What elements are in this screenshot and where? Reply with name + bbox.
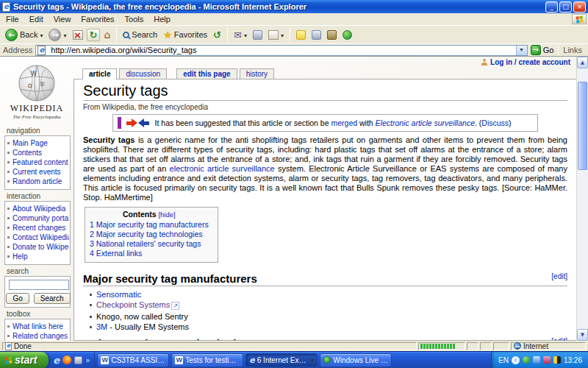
- menu-tools[interactable]: Tools: [120, 14, 149, 24]
- quicklaunch-overflow-chevron-icon[interactable]: »: [85, 356, 90, 364]
- history-button[interactable]: [211, 29, 223, 40]
- menu-file[interactable]: File: [1, 14, 24, 24]
- search-search-button[interactable]: Search: [34, 293, 71, 304]
- forward-dropdown-icon[interactable]: [63, 31, 66, 39]
- media-button[interactable]: [325, 29, 339, 40]
- address-url[interactable]: http://en.wikipedia.org/wiki/Security_ta…: [51, 46, 513, 54]
- menu-view[interactable]: View: [49, 14, 76, 24]
- edit-dropdown-icon[interactable]: [281, 31, 284, 39]
- scrollbar-thumb[interactable]: [578, 82, 587, 170]
- toc-item-technologies[interactable]: 2 Major security tag technologies: [90, 230, 203, 238]
- sidebar-item-featured-content[interactable]: Featured content: [12, 158, 68, 167]
- intro-paragraph: Security tags is a generic name for the …: [83, 135, 567, 202]
- discuss-link[interactable]: Discuss: [481, 118, 509, 127]
- sidebar-item-community-portal[interactable]: Community portal: [12, 213, 69, 223]
- menu-help[interactable]: Help: [148, 14, 176, 24]
- taskbar-task-ie-group[interactable]: e 6 Internet Explorer: [245, 353, 318, 367]
- menu-favorites[interactable]: Favorites: [76, 14, 119, 24]
- back-button[interactable]: Back: [3, 28, 45, 42]
- toc-item-national-retailers[interactable]: 3 National retailers' security tags: [90, 239, 201, 248]
- login-link[interactable]: Log in / create account: [490, 58, 570, 66]
- sidebar-item-main-page[interactable]: Main Page: [12, 138, 48, 148]
- start-label: start: [15, 354, 37, 366]
- toc-item-external-links[interactable]: 4 External links: [90, 249, 142, 258]
- show-desktop-icon[interactable]: [74, 356, 82, 364]
- tab-edit-this-page[interactable]: edit this page: [176, 68, 237, 79]
- sidebar-item-contents[interactable]: Contents: [12, 148, 42, 158]
- tray-network-icon[interactable]: [533, 356, 540, 364]
- taskbar-task-word-1[interactable]: W CS3TB4 ASSIGNMENT...: [97, 353, 169, 367]
- sidebar-item-contact-wikipedia[interactable]: Contact Wikipedia: [12, 233, 69, 242]
- print-button[interactable]: [251, 29, 265, 40]
- back-dropdown-icon[interactable]: [40, 31, 43, 39]
- mail-dropdown-icon[interactable]: [244, 31, 247, 39]
- close-button[interactable]: ×: [573, 1, 586, 13]
- sidebar-item-what-links-here[interactable]: What links here: [12, 322, 63, 331]
- wikipedia-logo[interactable]: W 字 Ω WIKIPEDIA The Free Encyclopedia: [0, 57, 74, 124]
- scroll-up-button[interactable]: ▲: [577, 57, 588, 68]
- search-input[interactable]: [9, 280, 69, 290]
- address-input[interactable]: e http://en.wikipedia.org/wiki/Security_…: [35, 45, 527, 56]
- bullet-icon: [7, 161, 10, 163]
- sidebar-item-about-wikipedia[interactable]: About Wikipedia: [12, 204, 65, 213]
- knogo-text: Knogo, now called Sentry: [96, 312, 188, 321]
- toc-hide-link[interactable]: [hide]: [158, 210, 175, 219]
- status-bar: e Done Internet: [0, 341, 588, 351]
- mail-button[interactable]: [232, 29, 249, 40]
- go-button[interactable]: Go: [531, 45, 554, 55]
- task-group-dropdown-icon[interactable]: [311, 356, 314, 364]
- notes-button[interactable]: [294, 29, 308, 40]
- sidebar-item-help[interactable]: Help: [12, 252, 28, 261]
- edit-section-link[interactable]: [edit]: [551, 272, 567, 280]
- links-label[interactable]: Links: [563, 46, 585, 54]
- tab-discussion[interactable]: discussion: [119, 68, 167, 79]
- word-document-icon: W: [175, 356, 183, 364]
- taskbar-task-messenger[interactable]: Windows Live Messen...: [320, 353, 392, 367]
- merged-link[interactable]: merged: [331, 118, 357, 127]
- refresh-button[interactable]: [87, 29, 101, 41]
- search-button[interactable]: Search: [121, 29, 159, 40]
- sidebar-item-recent-changes[interactable]: Recent changes: [12, 223, 65, 233]
- sensormatic-link[interactable]: Sensormatic: [96, 290, 141, 299]
- stop-icon: [73, 30, 83, 40]
- tray-antivirus-icon[interactable]: [553, 356, 561, 364]
- scrollbar-track[interactable]: [577, 68, 588, 329]
- edit-page-button[interactable]: [266, 29, 286, 40]
- taskbar-task-word-2[interactable]: W Tests for testing - Mic...: [171, 353, 243, 367]
- tab-history[interactable]: history: [240, 68, 274, 79]
- search-go-button[interactable]: Go: [6, 293, 29, 304]
- tab-article[interactable]: article: [82, 68, 117, 79]
- toc-item-manufacturers[interactable]: 1 Major security tag manufacturers: [90, 220, 209, 229]
- stop-button[interactable]: [71, 29, 85, 40]
- vertical-scrollbar[interactable]: ▲ ▼: [576, 57, 588, 341]
- minimize-button[interactable]: _: [545, 1, 558, 13]
- windows-taskbar: start e » W CS3TB4 ASSIGNMENT... W Tests…: [0, 351, 588, 368]
- article-area: Log in / create account article discussi…: [74, 57, 576, 341]
- restore-button[interactable]: □: [559, 1, 572, 13]
- research-button[interactable]: [309, 29, 323, 40]
- favorites-button[interactable]: Favorites: [161, 29, 209, 40]
- ie-page-icon: e: [5, 342, 12, 350]
- word-document-icon: W: [101, 356, 109, 364]
- sidebar-item-current-events[interactable]: Current events: [12, 167, 61, 177]
- sidebar-item-random-article[interactable]: Random article: [12, 177, 62, 186]
- forward-button[interactable]: [46, 28, 68, 42]
- tray-messenger-icon[interactable]: [523, 356, 530, 364]
- scroll-down-button[interactable]: ▼: [577, 329, 588, 341]
- start-button[interactable]: start: [0, 352, 49, 368]
- tray-device-icon[interactable]: [543, 356, 551, 364]
- tray-collapse-chevron-icon[interactable]: ‹: [512, 356, 520, 364]
- eas-article-link[interactable]: Electronic article surveillance: [376, 118, 475, 127]
- menu-edit[interactable]: Edit: [24, 14, 49, 24]
- home-button[interactable]: [101, 29, 112, 40]
- checkpoint-systems-link[interactable]: Checkpoint Systems: [96, 300, 170, 309]
- threem-link[interactable]: 3M: [96, 322, 107, 331]
- ie-quicklaunch-icon[interactable]: e: [53, 355, 60, 366]
- firefox-quicklaunch-icon[interactable]: [62, 355, 71, 364]
- eas-inline-link[interactable]: electronic article surveillance: [170, 164, 275, 173]
- messenger-button[interactable]: [340, 29, 354, 40]
- sidebar-item-related-changes[interactable]: Related changes: [12, 331, 68, 341]
- address-dropdown-icon[interactable]: [516, 46, 527, 55]
- sidebar-item-donate[interactable]: Donate to Wikipedia: [12, 242, 69, 252]
- language-indicator[interactable]: EN: [498, 356, 509, 364]
